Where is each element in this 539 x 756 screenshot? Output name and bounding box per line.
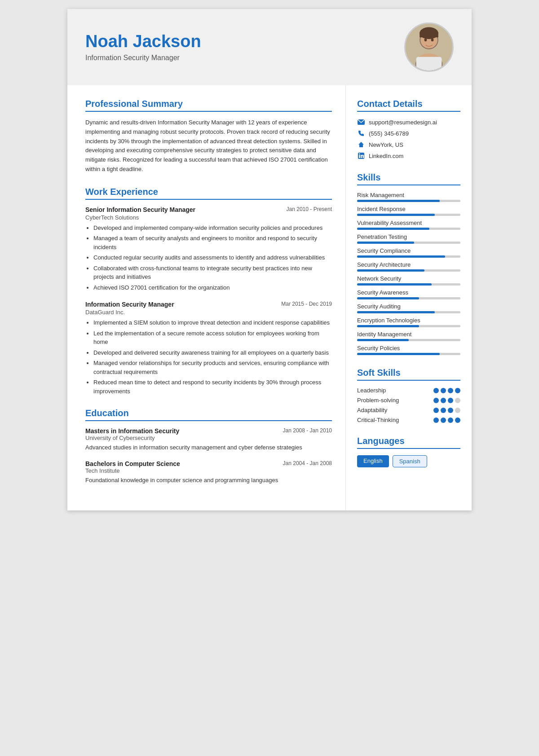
left-column: Professional Summary Dynamic and results… <box>67 85 346 510</box>
skill-item: Incident Response <box>357 206 460 216</box>
skill-bar-fill <box>357 311 435 313</box>
dot <box>441 418 446 423</box>
edu-degree: Bachelors in Computer Science <box>85 460 180 467</box>
job-item: Information Security Manager Mar 2015 - … <box>85 301 332 396</box>
work-experience-title: Work Experience <box>85 187 332 200</box>
skill-bar-fill <box>357 255 445 258</box>
skill-bar-fill <box>357 242 414 244</box>
soft-skills-title: Soft Skills <box>357 368 460 381</box>
skill-bar-background <box>357 200 460 202</box>
dot <box>448 398 453 403</box>
language-badge: Spanish <box>393 455 427 467</box>
job-header: Senior Information Security Manager Jan … <box>85 206 332 213</box>
job-company: CyberTech Solutions <box>85 214 332 221</box>
phone-value: (555) 345-6789 <box>369 130 409 137</box>
dot <box>433 398 439 403</box>
languages-title: Languages <box>357 436 460 449</box>
job-title: Senior Information Security Manager <box>85 206 195 213</box>
soft-skill-name: Problem-solving <box>357 397 399 404</box>
skills-section: Skills Risk Management Incident Response… <box>357 172 460 355</box>
bullet-item: Managed a team of security analysts and … <box>93 234 332 251</box>
job-header: Information Security Manager Mar 2015 - … <box>85 301 332 308</box>
soft-skill-name: Leadership <box>357 387 386 394</box>
edu-item: Bachelors in Computer Science Jan 2004 -… <box>85 460 332 485</box>
edu-degree: Masters in Information Security <box>85 427 179 435</box>
bullet-item: Developed and delivered security awarene… <box>93 348 332 357</box>
job-company: DataGuard Inc. <box>85 309 332 316</box>
skill-bar-fill <box>357 325 419 327</box>
svg-point-16 <box>359 154 360 155</box>
skill-bar-fill <box>357 214 435 216</box>
dot <box>448 418 453 423</box>
jobs-container: Senior Information Security Manager Jan … <box>85 206 332 396</box>
skill-bar-background <box>357 214 460 216</box>
header-name: Noah Jackson <box>85 32 404 51</box>
job-bullets: Implemented a SIEM solution to improve t… <box>85 318 332 396</box>
svg-point-9 <box>431 39 434 42</box>
dot <box>441 398 446 403</box>
edu-description: Foundational knowledge in computer scien… <box>85 476 332 485</box>
soft-skills-section: Soft Skills Leadership Problem-solving A… <box>357 368 460 423</box>
edu-school: Tech Institute <box>85 467 332 474</box>
dot <box>455 408 460 413</box>
svg-rect-5 <box>416 57 442 70</box>
bullet-item: Led the implementation of a secure remot… <box>93 329 332 347</box>
soft-skill-name: Critical-Thinking <box>357 417 399 423</box>
soft-skill-item: Problem-solving <box>357 397 460 404</box>
skill-name: Security Auditing <box>357 303 460 310</box>
soft-skill-item: Adaptability <box>357 407 460 413</box>
bullet-item: Achieved ISO 27001 certification for the… <box>93 283 332 292</box>
job-date: Jan 2010 - Present <box>287 206 332 212</box>
soft-skill-item: Leadership <box>357 387 460 394</box>
dots-container <box>433 408 460 413</box>
contact-linkedin: LinkedIn.com <box>357 152 460 160</box>
skill-bar-background <box>357 283 460 286</box>
edu-header: Bachelors in Computer Science Jan 2004 -… <box>85 460 332 467</box>
skill-item: Vulnerability Assessment <box>357 220 460 230</box>
resume-body: Professional Summary Dynamic and results… <box>67 85 472 510</box>
contact-title: Contact Details <box>357 99 460 112</box>
skill-bar-background <box>357 297 460 299</box>
dot <box>455 388 460 393</box>
skill-name: Vulnerability Assessment <box>357 220 460 226</box>
svg-point-11 <box>431 42 434 44</box>
dot <box>455 418 460 423</box>
skill-item: Network Security <box>357 275 460 286</box>
bullet-item: Developed and implemented company-wide i… <box>93 224 332 233</box>
bullet-item: Managed vendor relationships for securit… <box>93 359 332 376</box>
job-title: Information Security Manager <box>85 301 174 308</box>
skill-bar-background <box>357 255 460 258</box>
bullet-item: Reduced mean time to detect and respond … <box>93 378 332 396</box>
skill-bar-background <box>357 353 460 355</box>
skill-bar-background <box>357 339 460 341</box>
skill-name: Risk Management <box>357 192 460 198</box>
skill-bar-fill <box>357 228 429 230</box>
skill-name: Network Security <box>357 275 460 282</box>
dot <box>455 398 460 403</box>
skill-item: Risk Management <box>357 192 460 202</box>
skill-item: Security Awareness <box>357 289 460 299</box>
dot <box>441 388 446 393</box>
education-section: Education Masters in Information Securit… <box>85 408 332 484</box>
email-icon <box>357 118 365 126</box>
dot <box>448 388 453 393</box>
bullet-item: Implemented a SIEM solution to improve t… <box>93 318 332 327</box>
skill-bar-fill <box>357 283 432 286</box>
dot <box>433 408 439 413</box>
skill-name: Penetration Testing <box>357 233 460 240</box>
skills-title: Skills <box>357 172 460 185</box>
right-column: Contact Details support@resumedesign.ai … <box>346 85 472 510</box>
edu-school: University of Cybersecurity <box>85 435 332 441</box>
dot <box>441 408 446 413</box>
edu-item: Masters in Information Security Jan 2008… <box>85 427 332 452</box>
skill-item: Security Policies <box>357 345 460 355</box>
svg-point-10 <box>424 42 428 44</box>
svg-marker-13 <box>358 142 364 147</box>
soft-skill-name: Adaptability <box>357 407 387 413</box>
home-icon <box>357 141 365 149</box>
skill-name: Encryption Technologies <box>357 317 460 324</box>
skill-bar-fill <box>357 297 419 299</box>
skill-bar-fill <box>357 353 440 355</box>
profile-photo <box>404 22 454 72</box>
skill-name: Incident Response <box>357 206 460 212</box>
